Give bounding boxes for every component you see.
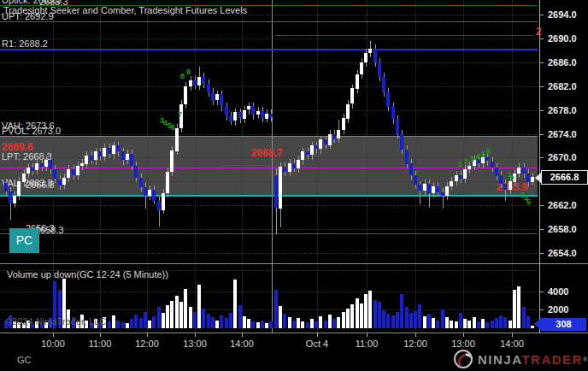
volume-bar [373, 300, 377, 328]
price-axis[interactable]: 2694.02690.02686.02682.02678.02674.02670… [539, 0, 588, 333]
pc-button[interactable]: PC [9, 228, 39, 253]
candle [499, 175, 503, 184]
level-label: 2658.3 [35, 226, 64, 235]
volume-bar [364, 294, 368, 328]
volume-bar [261, 321, 264, 328]
candle [396, 120, 399, 134]
candle [193, 80, 197, 85]
candle [409, 163, 413, 175]
volume-bar [162, 313, 165, 328]
time-tick [100, 333, 101, 337]
time-tick [463, 333, 464, 337]
candle [455, 175, 458, 181]
volume-bar [342, 312, 345, 328]
volume-bar [238, 305, 242, 328]
h-gridline [0, 86, 538, 87]
candle [72, 169, 75, 175]
candle [211, 92, 215, 101]
indicator-title: Tradesight Seeker and Comber, Tradesight… [3, 6, 247, 15]
volume-bar [396, 312, 399, 328]
price-chart-surface[interactable] [0, 0, 538, 263]
candle [301, 151, 304, 160]
volume-bar [121, 322, 125, 328]
volume-bar [337, 317, 340, 328]
candle [121, 151, 125, 160]
level-line [0, 139, 538, 140]
volume-bar [247, 319, 250, 328]
candle [531, 177, 534, 182]
current-price-box: 2666.8 [541, 170, 588, 185]
volume-bar [256, 322, 260, 328]
volume-bar [427, 314, 431, 328]
candle [450, 181, 453, 186]
level-line [275, 35, 534, 36]
candle [368, 49, 372, 53]
volume-bar [382, 310, 385, 328]
volume-bar [269, 321, 273, 328]
candle [405, 150, 409, 164]
candle [315, 145, 318, 149]
candle [116, 145, 120, 151]
volume-bar [485, 322, 489, 328]
candle [467, 166, 471, 169]
ninjatrader-logo: NINJATRADER® [454, 350, 587, 368]
candle [112, 145, 115, 154]
h-gridline [0, 110, 538, 111]
candle [26, 168, 30, 174]
price-tick-label: 2658.0 [548, 225, 577, 234]
price-tick [539, 134, 544, 135]
candle [108, 148, 111, 154]
candle [378, 62, 381, 77]
trade-marker: 5 [526, 198, 531, 206]
ninjatrader-logo-text: NINJATRADER® [478, 353, 587, 366]
candle [261, 111, 264, 118]
candle [297, 160, 300, 168]
candle [491, 162, 494, 168]
volume-bar [152, 316, 156, 328]
trade-marker: 3 [470, 156, 474, 163]
volume-bar [225, 318, 228, 328]
candle [373, 49, 377, 62]
candle [495, 168, 498, 176]
time-tick-label: Oct 4 [306, 339, 328, 349]
volume-panel-title: Volume up down(GC 12-24 (5 Minute)) [7, 270, 168, 280]
time-tick-label: 10:00 [41, 339, 65, 349]
candle [265, 114, 268, 119]
candle [328, 134, 332, 145]
candle [17, 181, 21, 196]
level-label: 2666.8 [26, 180, 55, 190]
candle [503, 184, 507, 190]
candle [148, 190, 151, 196]
volume-bar [220, 315, 223, 328]
volume-bar [144, 312, 147, 328]
candle [445, 186, 449, 196]
candle [215, 94, 219, 100]
candle [400, 134, 403, 150]
price-tick [539, 15, 544, 15]
volume-bar [513, 290, 516, 328]
panel-divider[interactable] [0, 263, 588, 264]
candle [44, 160, 48, 167]
volume-bar [211, 317, 215, 328]
candle [427, 184, 431, 193]
volume-bar [297, 318, 300, 328]
candle [175, 128, 179, 151]
chart-window: UPT: 2692.9R1: 2688.2VAH: 2673.6PVOL: 26… [0, 0, 588, 371]
candle [356, 74, 359, 89]
time-tick [367, 333, 368, 337]
price-tick [539, 110, 544, 111]
volume-bar [319, 316, 322, 328]
candle [382, 77, 385, 92]
candle [90, 156, 93, 161]
candle [207, 84, 210, 92]
candle [62, 178, 66, 185]
candle [238, 112, 242, 118]
trade-marker: 5 [481, 150, 485, 158]
h-gridline-volume [0, 309, 538, 310]
time-tick-label: 11:00 [89, 339, 112, 349]
candle [144, 187, 147, 196]
volume-tick [539, 292, 544, 292]
volume-bar [386, 314, 390, 328]
time-tick-label: 12:00 [403, 339, 427, 349]
candle [243, 110, 246, 119]
